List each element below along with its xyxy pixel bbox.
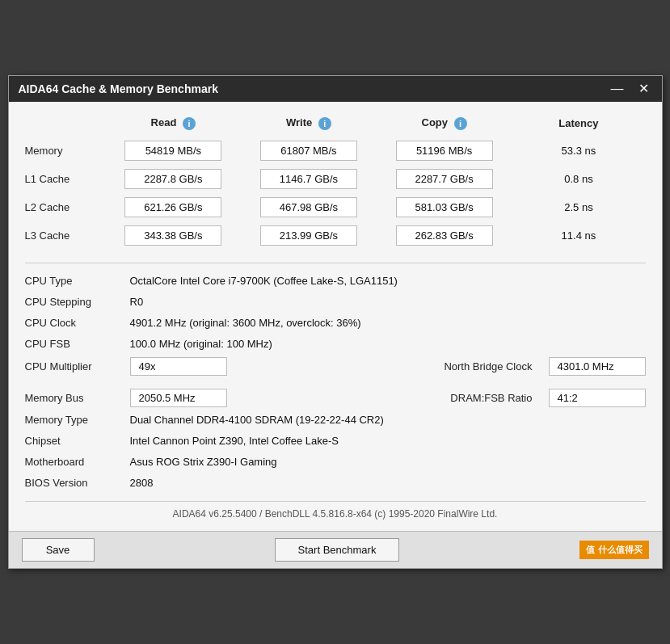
- cpu-stepping-value: R0: [130, 296, 144, 308]
- north-bridge-right: North Bridge Clock 4301.0 MHz: [444, 357, 645, 376]
- start-benchmark-button[interactable]: Start Benchmark: [275, 538, 400, 562]
- table-row: L1 Cache 2287.8 GB/s 1146.7 GB/s 2287.7 …: [25, 165, 646, 193]
- read-value: 621.26 GB/s: [124, 197, 221, 217]
- col-header-latency: Latency: [512, 113, 645, 137]
- bios-label: BIOS Version: [25, 477, 130, 489]
- latency-value: 2.5 ns: [556, 198, 600, 217]
- cpu-stepping-row: CPU Stepping R0: [25, 293, 646, 312]
- chipset-label: Chipset: [25, 435, 130, 447]
- write-value: 213.99 GB/s: [260, 225, 357, 246]
- dram-fsb-value: 41:2: [549, 389, 646, 407]
- read-value: 343.38 GB/s: [124, 225, 221, 246]
- copy-value: 2287.7 GB/s: [396, 169, 493, 189]
- write-cell: 1146.7 GB/s: [241, 165, 377, 193]
- bios-row: BIOS Version 2808: [25, 474, 646, 493]
- membus-left: Memory Bus 2050.5 MHz: [25, 389, 451, 407]
- spacer: [25, 379, 646, 385]
- row-label: Memory: [25, 137, 106, 165]
- cpu-fsb-label: CPU FSB: [25, 338, 130, 350]
- row-label: L3 Cache: [25, 221, 106, 250]
- read-cell: 343.38 GB/s: [106, 221, 242, 250]
- bios-value: 2808: [130, 477, 154, 489]
- north-bridge-label: North Bridge Clock: [444, 360, 532, 373]
- copy-cell: 581.03 GB/s: [377, 193, 512, 221]
- latency-value: 53.3 ns: [554, 141, 605, 160]
- read-info-icon[interactable]: i: [183, 117, 196, 130]
- memory-bus-value: 2050.5 MHz: [130, 389, 227, 407]
- footer-text: AIDA64 v6.25.5400 / BenchDLL 4.5.816.8-x…: [25, 501, 646, 523]
- copy-info-icon[interactable]: i: [454, 117, 467, 130]
- multiplier-left: CPU Multiplier 49x: [25, 357, 445, 376]
- cpu-multiplier-label: CPU Multiplier: [25, 360, 130, 373]
- cpu-multiplier-value: 49x: [130, 357, 227, 376]
- col-header-write: Write i: [241, 113, 377, 137]
- latency-cell: 2.5 ns: [512, 193, 645, 221]
- latency-cell: 53.3 ns: [512, 137, 645, 165]
- table-row: L2 Cache 621.26 GB/s 467.98 GB/s 581.03 …: [25, 193, 646, 221]
- col-header-copy: Copy i: [377, 113, 512, 137]
- copy-cell: 262.83 GB/s: [377, 221, 512, 250]
- title-bar: AIDA64 Cache & Memory Benchmark — ✕: [9, 76, 662, 102]
- read-cell: 2287.8 GB/s: [106, 165, 242, 193]
- cpu-type-row: CPU Type OctalCore Intel Core i7-9700K (…: [25, 271, 646, 291]
- motherboard-value: Asus ROG Strix Z390-I Gaming: [130, 456, 277, 468]
- minimize-button[interactable]: —: [608, 82, 627, 95]
- copy-cell: 2287.7 GB/s: [377, 165, 512, 193]
- close-button[interactable]: ✕: [635, 82, 652, 95]
- copy-cell: 51196 MB/s: [377, 137, 512, 165]
- main-window: AIDA64 Cache & Memory Benchmark — ✕ Read…: [8, 75, 663, 569]
- chipset-row: Chipset Intel Cannon Point Z390, Intel C…: [25, 431, 646, 451]
- main-content: Read i Write i Copy i Latency: [9, 102, 662, 531]
- latency-value: 0.8 ns: [556, 170, 600, 188]
- copy-value: 581.03 GB/s: [396, 197, 493, 217]
- table-row: L3 Cache 343.38 GB/s 213.99 GB/s 262.83 …: [25, 221, 646, 250]
- window-title: AIDA64 Cache & Memory Benchmark: [19, 82, 218, 95]
- cpu-multiplier-row: CPU Multiplier 49x North Bridge Clock 43…: [25, 356, 646, 377]
- north-bridge-value: 4301.0 MHz: [549, 357, 646, 376]
- write-cell: 213.99 GB/s: [241, 221, 377, 250]
- row-label: L1 Cache: [25, 165, 106, 193]
- motherboard-row: Motherboard Asus ROG Strix Z390-I Gaming: [25, 452, 646, 472]
- dram-fsb-label: DRAM:FSB Ratio: [450, 392, 532, 404]
- cpu-type-label: CPU Type: [25, 275, 130, 287]
- latency-cell: 0.8 ns: [512, 165, 645, 193]
- write-value: 1146.7 GB/s: [260, 169, 357, 189]
- memory-type-label: Memory Type: [25, 414, 130, 426]
- multiplier-split: CPU Multiplier 49x North Bridge Clock 43…: [25, 357, 646, 376]
- table-row: Memory 54819 MB/s 61807 MB/s 51196 MB/s …: [25, 137, 646, 165]
- write-info-icon[interactable]: i: [318, 117, 331, 130]
- divider-1: [25, 263, 646, 263]
- col-header-label: [25, 113, 106, 137]
- watermark: 值 什么值得买: [579, 541, 648, 559]
- title-bar-controls: — ✕: [608, 82, 652, 95]
- cpu-info-section: CPU Type OctalCore Intel Core i7-9700K (…: [25, 271, 646, 493]
- copy-value: 262.83 GB/s: [396, 225, 493, 246]
- membus-split: Memory Bus 2050.5 MHz DRAM:FSB Ratio 41:…: [25, 389, 646, 407]
- memory-type-value: Dual Channel DDR4-4100 SDRAM (19-22-22-4…: [130, 414, 384, 426]
- write-value: 61807 MB/s: [260, 141, 357, 161]
- bottom-bar: Save Start Benchmark 值 什么值得买: [9, 531, 662, 568]
- write-cell: 61807 MB/s: [241, 137, 377, 165]
- cpu-fsb-value: 100.0 MHz (original: 100 MHz): [130, 338, 272, 350]
- cpu-fsb-row: CPU FSB 100.0 MHz (original: 100 MHz): [25, 335, 646, 354]
- copy-value: 51196 MB/s: [396, 141, 493, 161]
- write-cell: 467.98 GB/s: [241, 193, 377, 221]
- cpu-clock-row: CPU Clock 4901.2 MHz (original: 3600 MHz…: [25, 314, 646, 333]
- read-cell: 54819 MB/s: [106, 137, 242, 165]
- motherboard-label: Motherboard: [25, 456, 130, 468]
- memory-type-row: Memory Type Dual Channel DDR4-4100 SDRAM…: [25, 410, 646, 430]
- memory-bus-row: Memory Bus 2050.5 MHz DRAM:FSB Ratio 41:…: [25, 387, 646, 409]
- read-value: 54819 MB/s: [124, 141, 221, 161]
- chipset-value: Intel Cannon Point Z390, Intel Coffee La…: [130, 435, 339, 447]
- cpu-clock-value: 4901.2 MHz (original: 3600 MHz, overcloc…: [130, 317, 361, 329]
- col-header-read: Read i: [106, 113, 242, 137]
- cpu-type-value: OctalCore Intel Core i7-9700K (Coffee La…: [130, 275, 398, 287]
- read-value: 2287.8 GB/s: [124, 169, 221, 189]
- write-value: 467.98 GB/s: [260, 197, 357, 217]
- row-label: L2 Cache: [25, 193, 106, 221]
- benchmark-table: Read i Write i Copy i Latency: [25, 113, 646, 250]
- dram-fsb-right: DRAM:FSB Ratio 41:2: [450, 389, 645, 407]
- save-button[interactable]: Save: [22, 538, 95, 562]
- cpu-stepping-label: CPU Stepping: [25, 296, 130, 308]
- cpu-clock-label: CPU Clock: [25, 317, 130, 329]
